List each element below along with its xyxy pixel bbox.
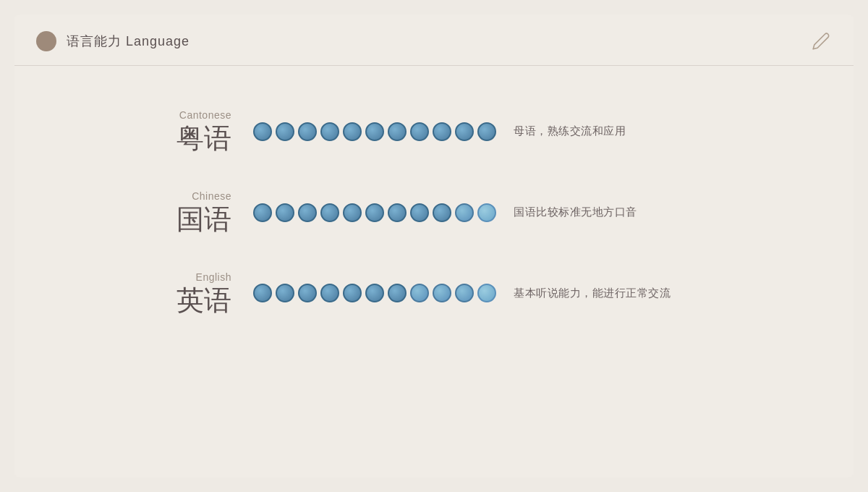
lang-description: 母语，熟练交流和应用: [514, 124, 626, 138]
dot-5: [343, 284, 362, 302]
dot-2: [276, 203, 294, 222]
dot-6: [365, 122, 384, 141]
proficiency-dots: [253, 284, 496, 302]
dot-7: [388, 122, 407, 141]
lang-sub-label: Chinese: [145, 190, 231, 202]
lang-description: 基本听说能力，能进行正常交流: [514, 287, 671, 300]
dot-1: [253, 284, 272, 302]
header-left: 语言能力 Language: [36, 31, 190, 51]
dot-7: [388, 284, 407, 302]
language-item-english: English英语基本听说能力，能进行正常交流: [145, 271, 854, 316]
dot-4: [320, 122, 339, 141]
section-icon: [36, 31, 56, 51]
lang-label-area: Chinese国语: [145, 190, 231, 235]
dot-6: [365, 284, 384, 302]
dot-1: [253, 122, 272, 141]
dot-3: [298, 122, 317, 141]
lang-main-label: 粤语: [145, 124, 231, 154]
edit-button[interactable]: [810, 30, 832, 52]
dot-9: [433, 284, 451, 302]
lang-label-area: English英语: [145, 271, 231, 316]
dot-4: [320, 284, 339, 302]
dot-5: [343, 122, 362, 141]
dot-11: [477, 203, 496, 222]
lang-description: 国语比较标准无地方口音: [514, 205, 637, 219]
lang-sub-label: Cantonese: [145, 109, 231, 121]
dot-4: [320, 203, 339, 222]
dot-7: [388, 203, 407, 222]
lang-main-label: 国语: [145, 205, 231, 235]
section-header: 语言能力 Language: [14, 14, 854, 66]
dot-2: [276, 284, 294, 302]
dot-3: [298, 203, 317, 222]
language-item-cantonese: Cantonese粤语母语，熟练交流和应用: [145, 109, 854, 154]
dot-9: [433, 122, 451, 141]
dot-1: [253, 203, 272, 222]
dot-10: [455, 122, 474, 141]
lang-sub-label: English: [145, 271, 231, 283]
dot-8: [410, 203, 429, 222]
lang-label-area: Cantonese粤语: [145, 109, 231, 154]
dot-11: [477, 284, 496, 302]
language-item-chinese: Chinese国语国语比较标准无地方口音: [145, 190, 854, 235]
dot-11: [477, 122, 496, 141]
dot-9: [433, 203, 451, 222]
dot-10: [455, 284, 474, 302]
proficiency-dots: [253, 203, 496, 222]
dot-8: [410, 284, 429, 302]
lang-main-label: 英语: [145, 286, 231, 316]
section-title: 语言能力 Language: [67, 33, 190, 50]
dot-10: [455, 203, 474, 222]
dot-2: [276, 122, 294, 141]
dot-8: [410, 122, 429, 141]
language-card: 语言能力 Language Cantonese粤语母语，熟练交流和应用Chine…: [14, 14, 854, 478]
dot-6: [365, 203, 384, 222]
dot-5: [343, 203, 362, 222]
proficiency-dots: [253, 122, 496, 141]
language-list: Cantonese粤语母语，熟练交流和应用Chinese国语国语比较标准无地方口…: [14, 66, 854, 381]
dot-3: [298, 284, 317, 302]
